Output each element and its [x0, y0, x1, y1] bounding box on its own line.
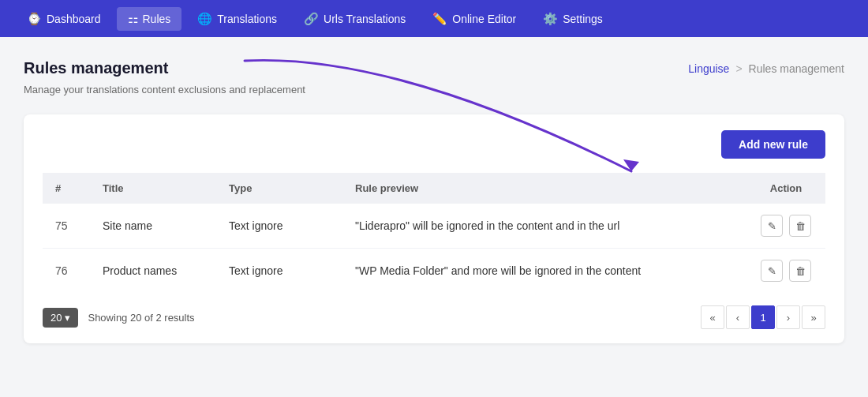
page-subtitle: Manage your translations content exclusi…: [24, 84, 844, 96]
nav-label-editor: Online Editor: [452, 13, 516, 25]
action-icons: ✎ 🗑: [759, 260, 813, 282]
nav-item-dashboard[interactable]: ⌚ Dashboard: [16, 7, 112, 31]
col-header-action: Action: [746, 173, 825, 204]
urls-icon: 🔗: [304, 12, 319, 26]
nav-label-rules: Rules: [143, 13, 171, 25]
card-header-row: Add new rule: [43, 130, 825, 159]
translations-icon: 🌐: [197, 12, 212, 26]
page-title: Rules management: [24, 59, 168, 77]
rules-icon: ⚏: [128, 12, 138, 26]
nav-label-settings: Settings: [563, 13, 603, 25]
per-page-value: 20: [51, 312, 62, 324]
breadcrumb: Linguise > Rules management: [688, 62, 844, 75]
cell-action: ✎ 🗑: [746, 249, 825, 294]
col-header-title: Title: [90, 173, 216, 204]
table-row: 76 Product names Text ignore "WP Media F…: [43, 249, 825, 294]
col-header-preview: Rule preview: [342, 173, 746, 204]
cell-num: 76: [43, 249, 90, 294]
col-header-type: Type: [216, 173, 342, 204]
col-header-num: #: [43, 173, 90, 204]
breadcrumb-link-linguise[interactable]: Linguise: [688, 62, 729, 75]
nav-label-dashboard: Dashboard: [47, 13, 101, 25]
breadcrumb-row: Rules management Linguise > Rules manage…: [24, 59, 844, 77]
add-new-rule-button[interactable]: Add new rule: [721, 130, 825, 159]
cell-type: Text ignore: [216, 249, 342, 294]
delete-button-75[interactable]: 🗑: [789, 215, 811, 237]
action-icons: ✎ 🗑: [759, 215, 813, 237]
page-btn-»[interactable]: »: [802, 305, 825, 329]
table-header-row: # Title Type Rule preview Action: [43, 173, 825, 204]
nav-item-settings[interactable]: ⚙️ Settings: [532, 7, 614, 31]
cell-preview: "WP Media Folder" and more will be ignor…: [342, 249, 746, 294]
nav-item-urls-translations[interactable]: 🔗 Urls Translations: [293, 7, 417, 31]
nav-item-translations[interactable]: 🌐 Translations: [186, 7, 288, 31]
rules-card: Add new rule # Title Type Rule preview A…: [24, 114, 844, 343]
delete-button-76[interactable]: 🗑: [789, 260, 811, 282]
breadcrumb-separator: >: [735, 62, 742, 75]
pagination-row: 20 ▾ Showing 20 of 2 results «‹1›»: [43, 305, 825, 329]
nav-label-urls: Urls Translations: [324, 13, 406, 25]
page-btn-1[interactable]: 1: [751, 305, 775, 329]
cell-num: 75: [43, 204, 90, 249]
showing-text: Showing 20 of 2 results: [88, 312, 194, 324]
page-btn-‹[interactable]: ‹: [726, 305, 750, 329]
dashboard-icon: ⌚: [27, 12, 42, 26]
cell-type: Text ignore: [216, 204, 342, 249]
nav-item-online-editor[interactable]: ✏️ Online Editor: [421, 7, 527, 31]
page-content: Rules management Linguise > Rules manage…: [0, 37, 868, 359]
nav-item-rules[interactable]: ⚏ Rules: [117, 7, 182, 31]
per-page-group: 20 ▾ Showing 20 of 2 results: [43, 308, 195, 328]
table-row: 75 Site name Text ignore "Liderapro" wil…: [43, 204, 825, 249]
settings-icon: ⚙️: [543, 12, 558, 26]
per-page-button[interactable]: 20 ▾: [43, 308, 78, 328]
edit-button-76[interactable]: ✎: [761, 260, 783, 282]
pagination-controls: «‹1›»: [701, 305, 825, 329]
cell-title: Product names: [90, 249, 216, 294]
editor-icon: ✏️: [432, 12, 447, 26]
nav-label-translations: Translations: [217, 13, 277, 25]
cell-action: ✎ 🗑: [746, 204, 825, 249]
breadcrumb-current: Rules management: [749, 62, 844, 75]
cell-preview: "Liderapro" will be ignored in the conte…: [342, 204, 746, 249]
page-btn-«[interactable]: «: [701, 305, 724, 329]
navbar: ⌚ Dashboard ⚏ Rules 🌐 Translations 🔗 Url…: [0, 0, 868, 37]
per-page-chevron-icon: ▾: [65, 312, 70, 324]
rules-table: # Title Type Rule preview Action 75 Site…: [43, 173, 825, 293]
cell-title: Site name: [90, 204, 216, 249]
table-body: 75 Site name Text ignore "Liderapro" wil…: [43, 204, 825, 293]
edit-button-75[interactable]: ✎: [761, 215, 783, 237]
page-btn-›[interactable]: ›: [776, 305, 800, 329]
table-head: # Title Type Rule preview Action: [43, 173, 825, 204]
